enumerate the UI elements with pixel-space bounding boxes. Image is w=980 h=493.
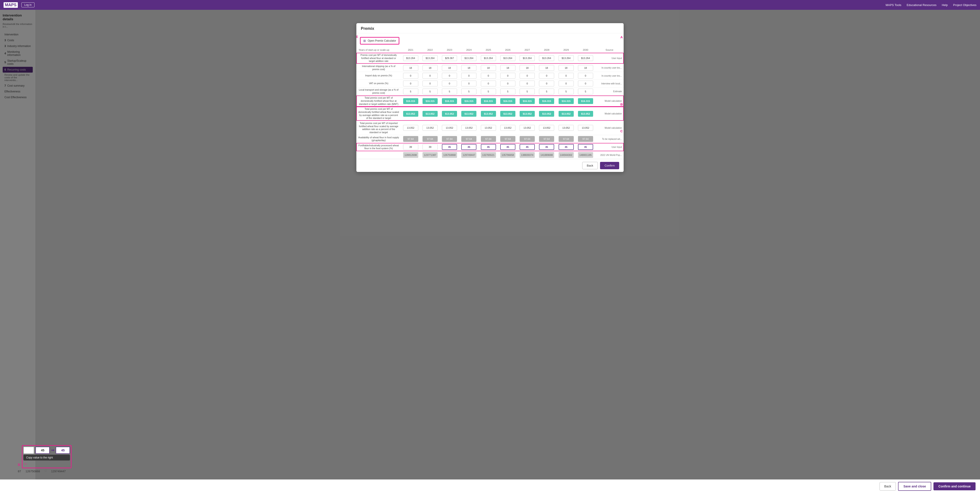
value-cell[interactable] [440,53,459,64]
cell-input[interactable] [539,89,554,94]
cell-input[interactable] [423,136,438,142]
save-close-button[interactable]: Save and close [898,482,931,491]
open-premix-calculator-button[interactable]: ⊞ Open Premix Calculator [360,37,399,45]
cell-input[interactable] [520,73,535,79]
value-cell[interactable] [537,143,556,151]
value-cell[interactable] [537,135,556,143]
value-cell[interactable] [576,135,595,143]
cell-input[interactable] [558,152,574,158]
cell-input[interactable] [500,65,515,71]
value-cell[interactable] [498,72,517,80]
value-cell[interactable] [537,53,556,64]
value-cell[interactable] [440,151,459,159]
cell-input[interactable] [558,55,574,61]
value-cell[interactable] [479,53,498,64]
cell-input[interactable] [461,144,476,150]
cell-input[interactable] [520,65,535,71]
value-cell[interactable] [556,107,576,121]
value-cell[interactable] [401,80,420,87]
value-cell[interactable] [479,143,498,151]
cell-input[interactable] [558,89,574,94]
cell-input[interactable] [539,81,554,86]
cell-input[interactable] [500,89,515,94]
cell-input[interactable] [423,152,438,158]
value-cell[interactable] [459,121,479,135]
cell-input[interactable] [520,111,535,117]
cell-input[interactable] [481,55,496,61]
cell-input[interactable] [539,65,554,71]
value-cell[interactable] [537,87,556,95]
cell-input[interactable] [442,111,457,117]
cell-input[interactable] [500,152,515,158]
cell-input[interactable] [539,152,554,158]
value-cell[interactable] [401,95,420,107]
cell-input[interactable] [481,89,496,94]
cell-input[interactable] [442,152,457,158]
cell-input[interactable] [500,111,515,117]
cell-input[interactable] [520,55,535,61]
cell-input[interactable] [520,125,535,131]
cell-input[interactable] [500,125,515,131]
value-cell[interactable] [537,121,556,135]
modal-back-button[interactable]: Back [582,162,598,169]
value-cell[interactable] [401,135,420,143]
confirm-continue-button[interactable]: Confirm and continue [934,482,975,490]
cell-input[interactable] [442,98,457,104]
cell-input[interactable] [520,81,535,86]
value-cell[interactable] [518,135,537,143]
cell-input[interactable] [558,98,574,104]
value-cell[interactable] [440,135,459,143]
cell-input[interactable] [403,152,418,158]
login-button[interactable]: Log in [21,2,35,7]
cell-input[interactable] [403,89,418,94]
value-cell[interactable] [420,135,440,143]
cell-input[interactable] [520,89,535,94]
cell-input[interactable] [423,55,438,61]
cell-input[interactable] [500,144,515,150]
cell-input[interactable] [578,152,593,158]
cell-input[interactable] [403,98,418,104]
value-cell[interactable] [537,151,556,159]
cell-input[interactable] [442,89,457,94]
value-cell[interactable] [498,64,517,72]
nav-help[interactable]: Help [942,3,948,7]
value-cell[interactable] [479,135,498,143]
value-cell[interactable] [459,72,479,80]
value-cell[interactable] [420,151,440,159]
cell-input[interactable] [500,136,515,142]
cell-input[interactable] [500,73,515,79]
value-cell[interactable] [537,64,556,72]
cell-input[interactable] [403,136,418,142]
cell-input[interactable] [481,65,496,71]
value-cell[interactable] [459,143,479,151]
cell-input[interactable] [481,152,496,158]
cell-input[interactable] [423,89,438,94]
value-cell[interactable] [518,121,537,135]
value-cell[interactable] [401,107,420,121]
value-cell[interactable] [420,64,440,72]
cell-input[interactable] [403,65,418,71]
cell-input[interactable] [558,81,574,86]
cell-input[interactable] [578,55,593,61]
value-cell[interactable] [556,87,576,95]
value-cell[interactable] [420,107,440,121]
cell-input[interactable] [558,111,574,117]
value-cell[interactable] [556,143,576,151]
cell-input[interactable] [461,98,476,104]
cell-input[interactable] [481,144,496,150]
cell-input[interactable] [539,73,554,79]
value-cell[interactable] [440,107,459,121]
value-cell[interactable] [401,143,420,151]
cell-input[interactable] [500,81,515,86]
value-cell[interactable] [556,53,576,64]
value-cell[interactable] [440,72,459,80]
value-cell[interactable] [459,151,479,159]
cell-input[interactable] [461,81,476,86]
cell-input[interactable] [461,111,476,117]
cell-input[interactable] [461,152,476,158]
value-cell[interactable] [537,95,556,107]
cell-input[interactable] [442,144,457,150]
value-cell[interactable] [556,151,576,159]
cell-input[interactable] [500,55,515,61]
cell-input[interactable] [442,81,457,86]
